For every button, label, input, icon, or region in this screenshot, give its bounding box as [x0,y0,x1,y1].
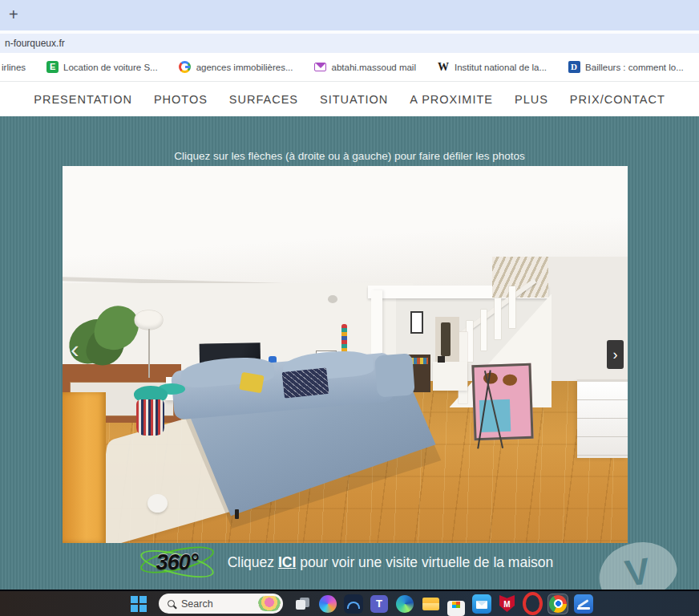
photo-drawer-unit [577,379,628,459]
photo-floor-lamp-pole [148,329,150,378]
green-e-favicon [46,61,59,73]
virtual-tour-banner: 360° Cliquez ICI pour voir une visite vi… [0,541,699,583]
360-badge-text: 360° [156,550,198,574]
search-highlight-image-icon [258,596,281,611]
bookmark-location-voiture[interactable]: Location de voiture S... [46,61,158,73]
tour-text-before: Cliquez [228,554,278,570]
mail-envelope-favicon [314,63,326,71]
microsoft-store-icon[interactable] [446,594,467,614]
photo-yellow-pillow [239,371,265,392]
bookmark-airlines[interactable]: irlines [2,63,26,72]
page-hero: Cliquez sur les flèches (à droite ou à g… [0,116,699,590]
photo-striped-pouf [136,399,164,435]
photo-sofa-armrest [375,353,415,397]
virtual-tour-link[interactable]: ICI [278,554,296,570]
photo-stair-baluster [495,298,501,340]
edge-icon[interactable] [394,594,415,614]
photo-stair-baluster [509,286,515,328]
search-icon [168,600,175,607]
search-placeholder: Search [181,598,252,610]
bookmark-mail[interactable]: abtahi.massoud mail [314,61,416,74]
nav-situation[interactable]: SITUATION [320,93,388,106]
nav-a-proximite[interactable]: A PROXIMITE [410,93,493,106]
file-explorer-icon[interactable] [420,594,441,614]
photo-orange-cabinet [63,392,106,543]
photo-low-cabinet [433,362,467,391]
bookmark-institut-national[interactable]: W Institut national de la... [437,61,547,74]
nav-prix-contact[interactable]: PRIX/CONTACT [570,93,665,106]
mcafee-icon[interactable] [499,595,515,612]
new-tab-button[interactable]: + [9,6,18,23]
bookmark-agences-immobilieres[interactable]: agences immobilières... [179,61,293,74]
blue-d-favicon [568,61,580,73]
carousel-hint: Cliquez sur les flèches (à droite ou à g… [0,150,699,162]
browser-tab-strip: + [0,0,699,30]
nav-surfaces[interactable]: SURFACES [229,93,298,106]
wikipedia-w-favicon: W [437,61,450,74]
windows-taskbar: Search [0,590,699,616]
teams-icon[interactable] [369,594,390,614]
nav-photos[interactable]: PHOTOS [154,93,208,106]
tour-text-after: pour voir une visite virtuelle de la mai… [296,554,553,570]
copilot-icon[interactable] [317,594,338,614]
prev-photo-arrow[interactable]: ‹ [71,336,79,362]
site-nav: PRESENTATION PHOTOS SURFACES SITUATION A… [0,82,699,116]
next-photo-button[interactable]: › [607,340,624,369]
photo-stair-baluster [481,310,487,351]
windows-start-button-icon[interactable] [128,594,149,614]
nav-presentation[interactable]: PRESENTATION [34,93,132,106]
task-view-icon[interactable] [292,594,313,614]
opera-icon[interactable] [522,594,543,614]
desktop-screen: + n-fourqueux.fr irlines Location de voi… [0,0,699,616]
360-badge-icon: 360° [146,544,208,581]
photo-sofa-leg [235,509,239,519]
photo-wall-frame [410,311,424,334]
google-favicon [179,61,191,73]
bookmark-bailleurs[interactable]: Bailleurs : comment lo... [568,61,684,74]
next-arrow-icon: › [613,347,618,362]
photo-hanging-coat [441,322,450,356]
arch-app-icon[interactable] [344,594,363,614]
browser-address-bar[interactable]: n-fourqueux.fr [0,34,699,53]
virtual-tour-text: Cliquez ICI pour voir une visite virtuel… [228,554,554,571]
property-photo: ‹ › [63,166,628,543]
url-text: n-fourqueux.fr [5,38,65,49]
nav-plus[interactable]: PLUS [515,93,548,106]
chrome-icon[interactable] [547,594,568,614]
watermark-letter: V [623,552,653,590]
photo-navy-pillow [281,367,329,399]
bookmarks-bar: irlines Location de voiture S... agences… [0,53,699,82]
photo-tripod [483,370,485,449]
taskbar-search-box[interactable]: Search [159,594,283,614]
mail-app-icon[interactable] [472,594,491,614]
photo-ceiling-light [328,295,337,302]
scanner-app-icon[interactable] [574,594,593,614]
